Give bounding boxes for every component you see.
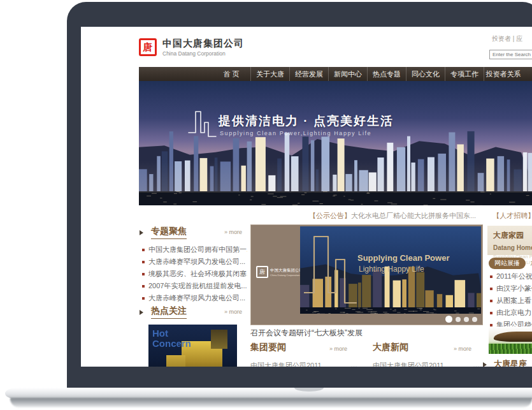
- list-item[interactable]: 大唐赤峰赛罕坝风力发电公司...: [142, 292, 247, 304]
- group-news-more[interactable]: » more: [329, 346, 347, 352]
- hot-section-title[interactable]: 热点关注: [151, 305, 187, 319]
- datang-seal-icon: 唐: [139, 38, 157, 56]
- mushroom-cap: [494, 332, 532, 342]
- carousel-logo: 唐 中国大唐集团公司 China Datang Corporation: [256, 266, 297, 278]
- news-item-label: 中国大唐集团公司2011...: [250, 361, 327, 367]
- section-arrow-icon: [140, 310, 143, 315]
- carousel-slogan-1: Supplying Clean Power: [357, 253, 449, 263]
- home-title-cn: 大唐家园: [493, 231, 524, 240]
- main-nav: 首 页关于大唐经营发展新闻中心热点专题同心文化专项工作投资者关系: [139, 67, 532, 81]
- nav-item[interactable]: 关于大唐: [250, 67, 289, 81]
- tab-site-showcase[interactable]: 网站展播: [489, 258, 526, 269]
- bullet-icon: [142, 273, 145, 275]
- search-input[interactable]: [489, 50, 532, 59]
- ticker-tag: 【公示公告】: [309, 212, 351, 219]
- hot-concern-thumb[interactable]: Hot Concern: [148, 325, 237, 367]
- list-item[interactable]: 2007年实现首批机组提前发电...: [142, 280, 247, 292]
- bullet-icon: [490, 275, 492, 278]
- datang-seal-icon: 唐: [256, 266, 268, 278]
- list-item[interactable]: 中国大唐集团公司拥有中国第一...: [142, 244, 247, 256]
- list-item[interactable]: 由北京电力: [490, 307, 532, 319]
- list-item[interactable]: 大唐赤峰赛罕坝风力发电公司...: [142, 256, 247, 268]
- list-item-label: 2007年实现首批机组提前发电...: [148, 281, 247, 291]
- news-item-date: …: [473, 361, 480, 367]
- grass: [489, 344, 532, 354]
- list-item[interactable]: 从图案上看，: [490, 295, 532, 307]
- plant-tower: [211, 330, 227, 349]
- news-item-label: 中国大唐集团公司2011...: [373, 361, 450, 367]
- nav-item[interactable]: 投资者关系: [484, 67, 522, 81]
- carousel-logo-en: China Datang Corporation: [270, 274, 303, 277]
- hot-more-link[interactable]: » more: [224, 309, 242, 315]
- news-item-row[interactable]: 中国大唐集团公司2011...…: [373, 361, 480, 367]
- carousel-dot[interactable]: [472, 317, 477, 322]
- group-news-title[interactable]: 集团要闻: [250, 342, 286, 353]
- constellation-section-title[interactable]: 大唐星座: [494, 358, 527, 367]
- carousel-logo-cn: 中国大唐集团公司: [270, 268, 303, 274]
- bullet-icon: [490, 312, 492, 314]
- focus-more-link[interactable]: » more: [224, 229, 242, 235]
- home-title-en: Datang Home: [493, 244, 532, 251]
- list-item-label: 境极其恶劣、社会环境极其闭塞..: [148, 269, 247, 279]
- bullet-icon: [142, 285, 145, 288]
- nav-item[interactable]: 同心文化: [406, 67, 445, 81]
- hot-thumb-caption: Hot Concern: [152, 328, 197, 349]
- company-name-en: China Datang Corporation: [162, 50, 244, 57]
- list-item-label: 由汉字小篆体: [496, 284, 532, 293]
- news-item-row[interactable]: 中国大唐集团公司2011...…: [250, 361, 357, 367]
- datang-news-title[interactable]: 大唐新闻: [373, 342, 408, 353]
- focus-section-title[interactable]: 专题聚焦: [151, 226, 187, 239]
- carousel-dot[interactable]: [456, 317, 461, 322]
- hero-slogan-en: Supplying Clean Power,Lighting Happy Lif…: [220, 130, 371, 136]
- nav-item[interactable]: 专项工作: [445, 67, 484, 81]
- bullet-icon: [490, 300, 492, 302]
- site-logo[interactable]: 唐 中国大唐集团公司 China Datang Corporation: [139, 38, 244, 57]
- carousel[interactable]: 唐 中国大唐集团公司 China Datang Corporation Supp…: [250, 224, 483, 325]
- list-item[interactable]: 由汉字小篆体: [490, 282, 532, 295]
- bullet-icon: [142, 249, 145, 251]
- plant-building: [166, 355, 185, 367]
- section-arrow-icon: [483, 362, 487, 367]
- nature-thumb[interactable]: [489, 326, 532, 354]
- list-item-label: 大唐赤峰赛罕坝风力发电公司...: [148, 257, 245, 267]
- bullet-icon: [490, 288, 492, 290]
- news-ticker: 【公示公告】大化水电总厂精心能大比拼服务中国东...【人才招聘】大化水电总厂精心…: [309, 210, 532, 221]
- nav-item[interactable]: 热点专题: [367, 67, 406, 81]
- company-name: 中国大唐集团公司: [162, 38, 244, 50]
- horizon-glow: [139, 161, 532, 193]
- ticker-item[interactable]: 【公示公告】大化水电总厂精心能大比拼服务中国东...: [309, 212, 476, 219]
- nav-item[interactable]: 经营发展: [289, 67, 328, 81]
- list-item[interactable]: 2011年公祝中: [490, 270, 532, 282]
- hero-slogan-cn: 提供清洁电力 · 点亮美好生活: [219, 113, 394, 129]
- pulse-icon: [188, 108, 217, 142]
- right-list: 2011年公祝中由汉字小篆体从图案上看，由北京电力集团公司稳健: [490, 270, 532, 331]
- carousel-caption[interactable]: 召开会议专题研讨“七大板块”发展: [250, 328, 363, 339]
- list-item-label: 2011年公祝中: [496, 272, 532, 281]
- section-arrow-icon: [140, 230, 143, 235]
- ticker-tag: 【人才招聘】: [492, 212, 532, 219]
- carousel-image: Supplying Clean Power Lighting Happy Lif…: [300, 226, 481, 314]
- carousel-dot[interactable]: [445, 316, 452, 323]
- header-links[interactable]: 投资者 | 应: [492, 34, 522, 43]
- ticker-text: 大化水电总厂精心能大比拼服务中国东...: [351, 212, 476, 219]
- ticker-item[interactable]: 【人才招聘】大化水电总厂精心能大: [492, 212, 532, 219]
- datang-news-more[interactable]: » more: [454, 346, 471, 352]
- list-item-label: 从图案上看，: [496, 296, 532, 305]
- nav-item[interactable]: 首 页: [212, 67, 250, 81]
- hero-banner[interactable]: 提供清洁电力 · 点亮美好生活 Supplying Clean Power,Li…: [139, 81, 532, 205]
- page: 唐 中国大唐集团公司 China Datang Corporation 投资者 …: [0, 0, 532, 410]
- laptop-screen: 唐 中国大唐集团公司 China Datang Corporation 投资者 …: [81, 27, 532, 367]
- list-item-label: 由北京电力: [496, 308, 531, 318]
- carousel-waveform-icon: [304, 231, 361, 308]
- list-item[interactable]: 境极其恶劣、社会环境极其闭塞..: [142, 268, 247, 280]
- carousel-dots: [445, 316, 477, 323]
- bullet-icon: [142, 297, 145, 300]
- focus-list: 中国大唐集团公司拥有中国第一...大唐赤峰赛罕坝风力发电公司...境极其恶劣、社…: [142, 244, 247, 304]
- nav-item[interactable]: 新闻中心: [328, 67, 367, 81]
- datang-home-card[interactable]: 大唐家园 Datang Home Supplying Clean P Light…: [487, 226, 532, 255]
- right-tabs: 网站展播 档: [489, 258, 532, 269]
- list-item-label: 中国大唐集团公司拥有中国第一...: [148, 245, 247, 254]
- list-item-label: 大唐赤峰赛罕坝风力发电公司...: [148, 293, 245, 303]
- bullet-icon: [142, 261, 145, 263]
- carousel-dot[interactable]: [464, 317, 469, 322]
